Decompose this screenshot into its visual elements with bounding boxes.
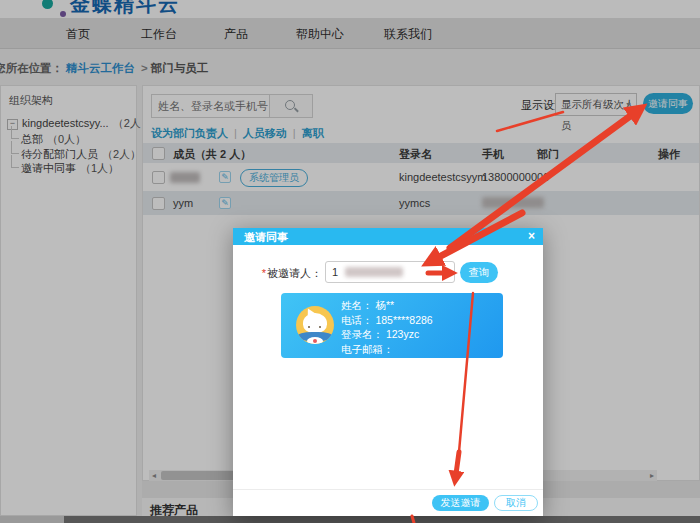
send-invite-button[interactable]: 发送邀请 [432,495,489,511]
modal-title: 邀请同事 [244,230,288,245]
query-button[interactable]: 查询 [460,262,498,283]
invitee-label-text: 被邀请人： [267,267,322,279]
modal-footer: 发送邀请 取消 [233,489,543,517]
redacted-invitee-number [345,267,403,277]
invite-colleague-modal: 邀请同事 × *被邀请人： 查询 姓名： 杨** 电话： 185****8286… [233,228,543,516]
user-phone-line: 电话： 185****8286 [341,313,433,328]
avatar [296,306,334,344]
invitee-label: *被邀请人： [233,266,322,281]
user-info: 姓名： 杨** 电话： 185****8286 登录名： 123yzc 电子邮箱… [341,298,433,356]
avatar-eye [308,326,310,328]
user-login-line: 登录名： 123yzc [341,327,433,342]
page: 金蝶精斗云 首页 工作台 产品 帮助中心 联系我们 您所在位置：精斗云工作台>部… [0,0,700,523]
required-mark: * [262,267,266,279]
modal-header: 邀请同事 × [233,228,543,245]
avatar-eye [319,326,321,328]
user-result-card: 姓名： 杨** 电话： 185****8286 登录名： 123yzc 电子邮箱… [281,293,503,358]
avatar-face [303,313,327,333]
user-name-line: 姓名： 杨** [341,298,433,313]
user-email-line: 电子邮箱： [341,342,433,357]
cancel-button[interactable]: 取消 [494,495,538,511]
close-icon[interactable]: × [528,229,535,243]
avatar-pin [313,339,317,343]
